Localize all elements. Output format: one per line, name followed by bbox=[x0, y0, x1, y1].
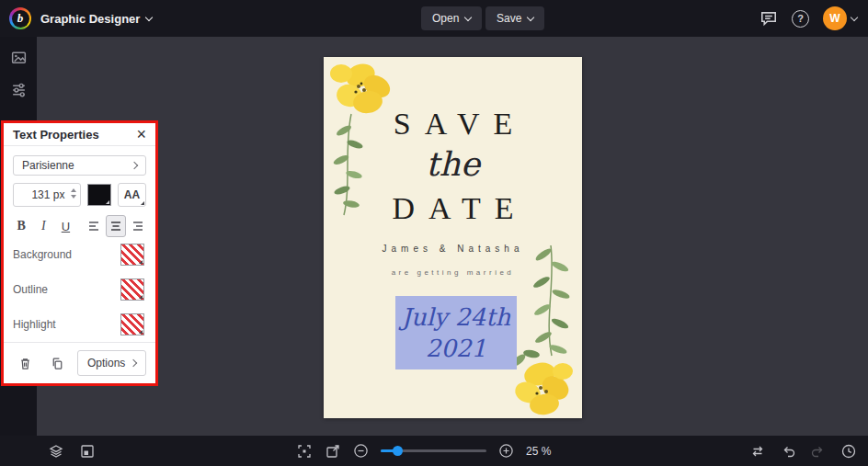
slider-handle[interactable] bbox=[393, 446, 403, 456]
align-center-icon bbox=[109, 221, 122, 232]
panel-header: Text Properties × bbox=[4, 123, 155, 146]
open-button[interactable]: Open bbox=[421, 6, 482, 30]
text-layer-date[interactable]: DATE bbox=[324, 191, 582, 226]
align-left-button[interactable] bbox=[84, 215, 104, 237]
befunky-logo[interactable]: b bbox=[9, 7, 31, 29]
zoom-controls: 25 % bbox=[296, 436, 557, 466]
font-size-value: 131 px bbox=[31, 188, 64, 201]
outline-color-swatch[interactable] bbox=[120, 278, 144, 301]
underline-label: U bbox=[62, 220, 70, 233]
image-manager-button[interactable] bbox=[10, 49, 28, 66]
italic-button[interactable]: I bbox=[33, 215, 53, 237]
fit-screen-button[interactable] bbox=[296, 443, 313, 460]
bold-label: B bbox=[17, 219, 25, 233]
swatch-corner-icon bbox=[139, 295, 143, 299]
save-button[interactable]: Save bbox=[485, 6, 544, 30]
highlight-row: Highlight bbox=[13, 313, 144, 335]
italic-label: I bbox=[41, 219, 46, 233]
adjustments-button[interactable] bbox=[10, 81, 28, 98]
top-bar: b Graphic Designer Open Save ? W bbox=[0, 0, 868, 37]
trash-icon bbox=[17, 356, 33, 371]
swap-template-button[interactable] bbox=[749, 443, 766, 460]
canvas-settings-button[interactable] bbox=[79, 443, 96, 460]
zoom-out-button[interactable] bbox=[353, 443, 369, 459]
chevron-down-icon bbox=[464, 13, 472, 20]
panel-footer: Options bbox=[4, 342, 155, 383]
help-button[interactable]: ? bbox=[792, 10, 809, 28]
chevron-right-icon bbox=[130, 359, 137, 367]
align-center-button[interactable] bbox=[106, 215, 126, 237]
text-color-swatch[interactable] bbox=[87, 184, 110, 206]
text-layer-the[interactable]: the bbox=[324, 145, 582, 183]
font-size-input[interactable]: 131 px bbox=[13, 183, 81, 207]
align-left-icon bbox=[87, 221, 100, 232]
date-text-line2: 2021 bbox=[426, 333, 486, 364]
image-icon bbox=[10, 49, 28, 66]
flower-graphic-bottom-right bbox=[510, 348, 573, 416]
app-root: { "topbar": { "logo_letter": "b", "app_t… bbox=[0, 0, 868, 466]
bottom-right-group bbox=[749, 436, 857, 466]
app-switcher[interactable]: Graphic Designer bbox=[40, 12, 152, 26]
letter-case-label: AA bbox=[124, 188, 140, 201]
format-row: B I U bbox=[11, 215, 148, 237]
text-layer-names[interactable]: James & Natasha bbox=[324, 244, 582, 254]
background-color-swatch[interactable] bbox=[120, 244, 144, 266]
bottom-toolbar: 25 % bbox=[0, 436, 868, 466]
zoom-level-value: 25 % bbox=[526, 445, 557, 458]
app-title-label: Graphic Designer bbox=[40, 12, 140, 26]
save-button-label: Save bbox=[497, 12, 521, 25]
background-label: Background bbox=[13, 248, 72, 261]
options-label: Options bbox=[87, 357, 125, 369]
layers-button[interactable] bbox=[48, 443, 64, 460]
font-size-stepper[interactable] bbox=[71, 188, 76, 199]
help-icon: ? bbox=[792, 10, 809, 28]
swatch-corner-icon bbox=[106, 200, 109, 204]
zoom-in-button[interactable] bbox=[498, 443, 514, 459]
chevron-down-icon bbox=[145, 13, 153, 20]
help-glyph: ? bbox=[797, 13, 804, 24]
duplicate-layer-button[interactable] bbox=[45, 351, 69, 375]
text-layer-subtitle[interactable]: are getting married bbox=[324, 268, 582, 277]
account-menu[interactable]: W bbox=[823, 6, 857, 30]
outline-label: Outline bbox=[13, 283, 48, 296]
align-right-button[interactable] bbox=[128, 215, 148, 237]
delete-layer-button[interactable] bbox=[13, 351, 37, 375]
options-button[interactable]: Options bbox=[77, 350, 146, 376]
leaves-graphic-right bbox=[532, 245, 571, 356]
highlight-color-swatch[interactable] bbox=[120, 313, 144, 335]
zoom-slider[interactable] bbox=[381, 445, 486, 457]
font-size-row: 131 px AA bbox=[13, 183, 146, 207]
history-icon bbox=[840, 443, 857, 460]
outline-row: Outline bbox=[13, 278, 144, 301]
background-row: Background bbox=[13, 244, 144, 266]
zoom-in-icon bbox=[498, 443, 514, 459]
text-layer-save[interactable]: SAVE bbox=[324, 107, 582, 142]
highlight-label: Highlight bbox=[13, 318, 56, 331]
history-button[interactable] bbox=[840, 443, 857, 460]
close-panel-button[interactable]: × bbox=[136, 126, 146, 142]
undo-icon bbox=[780, 443, 796, 460]
step-down-icon bbox=[71, 195, 76, 199]
logo-letter: b bbox=[12, 10, 29, 28]
swatch-corner-icon bbox=[139, 330, 143, 334]
sliders-icon bbox=[10, 81, 28, 98]
align-right-icon bbox=[131, 221, 144, 232]
letter-case-button[interactable]: AA bbox=[118, 183, 146, 207]
avatar: W bbox=[823, 6, 847, 30]
step-up-icon bbox=[71, 188, 76, 192]
open-in-new-icon bbox=[325, 443, 341, 460]
open-button-label: Open bbox=[432, 12, 459, 25]
fit-screen-icon bbox=[296, 443, 313, 460]
selected-text-layer[interactable]: July 24th 2021 bbox=[395, 296, 517, 369]
duplicate-icon bbox=[50, 356, 65, 371]
undo-button[interactable] bbox=[780, 443, 796, 460]
font-family-select[interactable]: Parisienne bbox=[13, 155, 146, 176]
full-view-button[interactable] bbox=[325, 443, 341, 460]
font-family-value: Parisienne bbox=[22, 159, 74, 172]
design-canvas[interactable]: SAVE the DATE James & Natasha are gettin… bbox=[324, 57, 582, 418]
bold-button[interactable]: B bbox=[11, 215, 31, 237]
comments-icon bbox=[760, 9, 778, 28]
feedback-button[interactable] bbox=[760, 9, 778, 28]
redo-button[interactable] bbox=[810, 443, 827, 460]
underline-button[interactable]: U bbox=[55, 215, 75, 237]
